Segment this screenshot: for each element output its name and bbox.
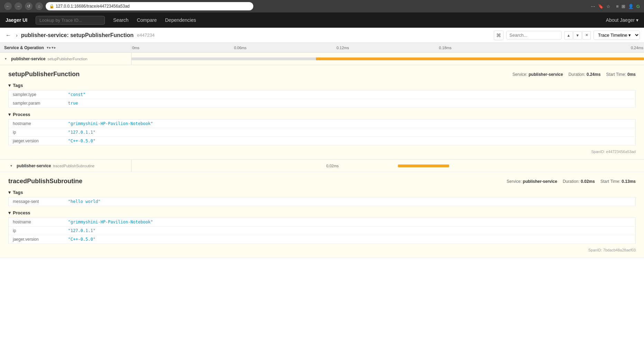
tabs-icon[interactable]: ⊞: [622, 4, 625, 9]
span-row-1[interactable]: ▾ publisher-service setupPublisherFuncti…: [0, 53, 644, 65]
tag-key-1-0: sampler.type: [9, 90, 64, 99]
span-bar-container-1: [131, 53, 644, 65]
profile-icon[interactable]: G: [636, 4, 640, 9]
detail-header-1: setupPublisherFunction Service: publishe…: [8, 71, 636, 78]
table-row: hostname "grimmyshini-HP-Pavilion-Notebo…: [9, 218, 636, 226]
url-text: 127.0.0.1:16686/trace/e44723456a53ad: [56, 4, 130, 9]
proc-value-2-2: "C++-0.5.0": [64, 235, 636, 244]
process-toggle-2[interactable]: ▾ Process: [8, 210, 636, 215]
home-button[interactable]: ⌂: [35, 2, 43, 10]
app-nav: Jaeger UI Search Compare Dependencies Ab…: [0, 12, 644, 28]
keyboard-shortcut-icon[interactable]: ⌘: [494, 30, 504, 40]
span-toggle-2[interactable]: ▾: [10, 164, 15, 168]
tag-value-1-0: "const": [64, 90, 636, 99]
process-toggle-1[interactable]: ▾ Process: [8, 112, 636, 117]
tick-3: 0.18ms: [439, 46, 452, 50]
span-operation-2: tracedPublishSubroutine: [53, 164, 94, 168]
proc-key-2-1: ip: [9, 226, 64, 235]
sort-icons[interactable]: ▾ ▸ ▾ ▸: [47, 46, 56, 50]
detail-start-label-1: Start Time: 0ms: [606, 72, 636, 77]
refresh-button[interactable]: ↺: [25, 2, 33, 10]
sort-right-icon[interactable]: ▸: [49, 46, 51, 50]
tags-chevron-1: ▾: [8, 83, 11, 88]
detail-service-label-1: Service: publisher-service: [513, 72, 563, 77]
account-icon[interactable]: 👤: [628, 4, 634, 9]
span-group-1: ▾ publisher-service setupPublisherFuncti…: [0, 53, 644, 160]
trace-expand-icon[interactable]: ›: [16, 33, 18, 38]
process-table-1: hostname "grimmyshini-HP-Pavilion-Notebo…: [8, 119, 636, 145]
process-chevron-1: ▾: [8, 112, 11, 117]
bookmark-icon[interactable]: 🔖: [598, 4, 604, 9]
span-left-1[interactable]: ▾ publisher-service setupPublisherFuncti…: [0, 53, 131, 65]
span-id-label-2: SpanID:: [588, 248, 602, 252]
extensions-icon[interactable]: ⋯: [591, 4, 595, 9]
span-id-value-1: e44723456a53ad: [606, 150, 636, 154]
span-id-label-1: SpanID:: [591, 150, 605, 154]
detail-panel-1: setupPublisherFunction Service: publishe…: [0, 65, 644, 160]
trace-back-button[interactable]: ←: [4, 31, 12, 39]
proc-value-1-2: "C++-0.5.0": [64, 137, 636, 145]
table-row: jaeger.version "C++-0.5.0": [9, 235, 636, 244]
tick-1: 0.06ms: [234, 46, 246, 50]
span-row-2[interactable]: ▾ publisher-service tracedPublishSubrout…: [0, 160, 644, 172]
detail-title-1: setupPublisherFunction: [8, 71, 80, 78]
tags-label-1: Tags: [13, 83, 23, 88]
detail-panel-2: tracedPublishSubroutine Service: publish…: [0, 172, 644, 258]
trace-header-actions: ⌘ ▲ ▼ ✕ Trace Timeline ▾: [494, 30, 640, 40]
tag-value-1-1: true: [64, 99, 636, 108]
span-left-2[interactable]: ▾ publisher-service tracedPublishSubrout…: [0, 160, 131, 172]
proc-key-2-0: hostname: [9, 218, 64, 226]
nav-dependencies[interactable]: Dependencies: [165, 17, 196, 23]
trace-nav-buttons: ▲ ▼ ✕: [564, 31, 591, 39]
detail-start-label-2: Start Time: 0.13ms: [600, 179, 636, 184]
trace-lookup-input[interactable]: [36, 16, 105, 25]
trace-nav-up[interactable]: ▲: [564, 31, 573, 39]
tick-0: 0ms: [132, 46, 139, 50]
detail-header-2: tracedPublishSubroutine Service: publish…: [8, 178, 636, 185]
tags-label-2: Tags: [13, 190, 23, 195]
nav-search[interactable]: Search: [113, 17, 128, 23]
trace-nav-down[interactable]: ▼: [573, 31, 582, 39]
detail-service-value-1: publisher-service: [528, 72, 563, 77]
span-bar-fg-1: [316, 57, 644, 60]
timeline-header: Service & Operation ▾ ▸ ▾ ▸ 0ms 0.06ms 0…: [0, 43, 644, 53]
forward-button[interactable]: →: [15, 2, 22, 10]
bookmarks-icon[interactable]: ≡: [616, 4, 619, 9]
detail-meta-2: Service: publisher-service Duration: 0.0…: [507, 179, 636, 184]
span-duration-2: 0.02ms: [326, 164, 339, 168]
sort-right2-icon[interactable]: ▸: [54, 46, 56, 50]
trace-search-input[interactable]: [506, 31, 562, 39]
detail-process-section-1: ▾ Process hostname "grimmyshini-HP-Pavil…: [8, 112, 636, 145]
tags-toggle-2[interactable]: ▾ Tags: [8, 190, 636, 195]
proc-value-2-1: "127.0.1.1": [64, 226, 636, 235]
trace-view-select[interactable]: Trace Timeline ▾: [593, 30, 640, 40]
tag-value-2-0: "hello world": [64, 197, 636, 206]
tag-key-2-0: message-sent: [9, 197, 64, 206]
detail-tags-section-2: ▾ Tags message-sent "hello world": [8, 190, 636, 206]
browser-actions: ⋯ 🔖 ☆ ≡ ⊞ 👤 G: [591, 4, 640, 9]
url-bar[interactable]: 🔒 127.0.0.1:16686/trace/e44723456a53ad: [46, 2, 253, 10]
tags-toggle-1[interactable]: ▾ Tags: [8, 83, 636, 88]
nav-compare[interactable]: Compare: [137, 17, 157, 23]
process-label-2: Process: [13, 210, 30, 215]
process-table-2: hostname "grimmyshini-HP-Pavilion-Notebo…: [8, 217, 636, 244]
star-icon[interactable]: ☆: [606, 4, 610, 9]
table-row: sampler.type "const": [9, 90, 636, 99]
nav-about[interactable]: About Jaeger ▾: [606, 17, 638, 23]
span-bar-container-2: 0.02ms: [131, 160, 644, 172]
proc-key-2-2: jaeger.version: [9, 235, 64, 244]
span-id-container-2: SpanID: 7bdacb48a28aef03: [8, 248, 636, 252]
tags-table-2: message-sent "hello world": [8, 197, 636, 206]
app-brand[interactable]: Jaeger UI: [6, 17, 27, 23]
span-toggle-1[interactable]: ▾: [5, 57, 9, 61]
trace-nav-close[interactable]: ✕: [582, 31, 591, 39]
sort-down-icon[interactable]: ▾: [47, 46, 48, 50]
span-right-1: [131, 53, 644, 65]
proc-value-2-0: "grimmyshini-HP-Pavilion-Notebook": [64, 218, 636, 226]
span-group-2: ▾ publisher-service tracedPublishSubrout…: [0, 160, 644, 258]
tick-4: 0.24ms: [631, 46, 643, 50]
proc-value-1-0: "grimmyshini-HP-Pavilion-Notebook": [64, 119, 636, 128]
back-button[interactable]: ←: [4, 2, 12, 10]
sort-down2-icon[interactable]: ▾: [52, 46, 53, 50]
trace-service: publisher-service:: [21, 32, 69, 38]
